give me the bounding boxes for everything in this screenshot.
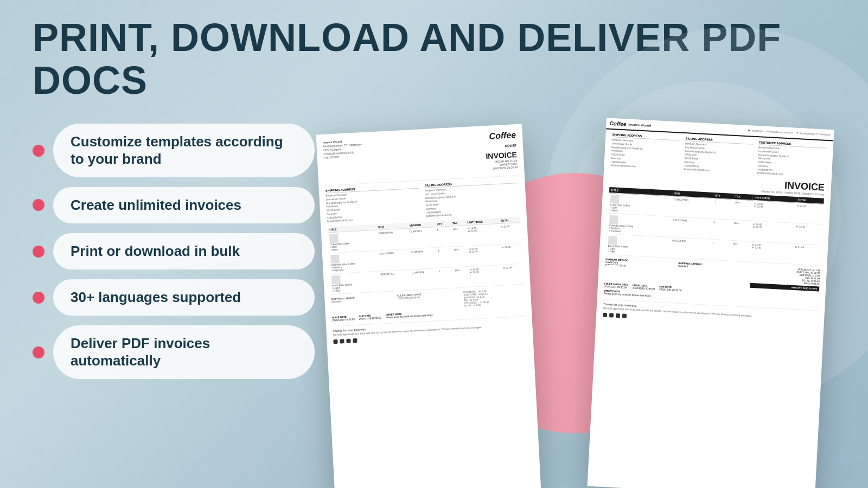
inv-left-carrier-value: Standard xyxy=(331,300,342,304)
bullet-deliver xyxy=(33,346,44,358)
inv-right-item-3-price: kr 24.95kr 22.45 xyxy=(750,242,794,265)
pill-customize: Customize templates according to your br… xyxy=(53,124,315,177)
inv-item-1-qty: 1 xyxy=(435,227,452,248)
inv-item-1-price: kr 24.95kr 22.45 xyxy=(466,224,500,246)
inv-right-customer-block: CUSTOMER ADDRESS Benjamin BiermannLeo Ho… xyxy=(757,141,827,179)
inv-right-shipping-block: SHIPPING ADDRESS Benjamin BiermannLeo Ho… xyxy=(610,133,680,171)
inv-left-logo-area: CoffeeHOUSE INVOICE ORDER NO #1024 ORDER… xyxy=(484,131,518,174)
product-img-r2 xyxy=(609,215,618,224)
bullet-customize xyxy=(33,145,44,157)
inv-right-coffee-logo: Coffee xyxy=(609,120,626,127)
inv-right-item-1-total: kr 22.45 xyxy=(795,203,824,225)
inv-item-3-qty: 1 xyxy=(437,267,454,288)
inv-item-2-qty: 1 xyxy=(436,247,453,268)
twitter-icon-right xyxy=(616,313,620,318)
bullet-unlimited xyxy=(33,199,44,211)
feature-unlimited: Create unlimited invoices xyxy=(33,187,315,223)
facebook-icon xyxy=(333,339,337,344)
bullet-languages xyxy=(33,292,44,304)
inv-right-shipping-content: Benjamin BiermannLeo Hoover GmbHBrandenb… xyxy=(610,138,680,171)
inv-right-email: ✉ contact@invoicewizard.io xyxy=(766,130,793,134)
inv-item-1-vendor: CLMPSON xyxy=(408,227,436,249)
inv-right-item-2-sku: COLCOF986 xyxy=(671,217,712,240)
inv-left-fulfillment-value: 2020/12/24 20:35:09 xyxy=(397,296,420,300)
main-content: Customize templates according to your br… xyxy=(0,113,868,488)
inv-right-item-1-qty: 1 xyxy=(712,198,733,220)
invoice-document-right: Coffee Invoice Wizard ☎ +452020323 ✉ con… xyxy=(587,118,834,488)
invoice-document-left: Invoice Wizard Kantoorgebogen 77 / Voltb… xyxy=(316,124,541,488)
twitter-icon xyxy=(346,339,350,343)
feature-deliver-text: Deliver PDF invoices automatically xyxy=(71,335,210,368)
inv-item-3-name: Brazil Filter Coffee> Light> Filter xyxy=(330,272,380,295)
inv-left-billing-content: Benjamin BiermannLeo Hoover GmbHBrandenb… xyxy=(425,184,520,219)
inv-left-company: Invoice Wizard Kantoorgebogen 77 / Voltb… xyxy=(323,139,363,160)
inv-item-1-name: Cuba Filter Coffee> Dark> Bean xyxy=(328,230,378,254)
inv-item-3-total: kr 22.45 xyxy=(501,264,524,286)
pill-deliver: Deliver PDF invoices automatically xyxy=(53,325,315,378)
inv-right-payment-col: PAYMENT METHOD Credit Card(**** **** ***… xyxy=(604,258,675,284)
inv-right-address-short: 📍 Kantoorgebogen 77 / Voltbergen xyxy=(796,132,831,136)
inv-right-item-3-sku: BRZCOF982 xyxy=(669,237,711,260)
inv-left-addresses: SHIPPING ADDRESS Benjamin BiermannLeo Ho… xyxy=(326,179,520,224)
inv-right-item-1-name: Cuba Filter Coffee> Dark> Bean xyxy=(608,193,673,217)
inv-left-shipping-content: Benjamin BiermannLeo Hoover GmbHBrandenb… xyxy=(326,190,421,224)
inv-item-2-name: Colombia Filter Coffee> Medium> Espresso xyxy=(329,251,379,274)
inv-item-3-tax: 16% xyxy=(453,267,469,288)
inv-left-due-date: DUE DATE2020/12/24 20:35:09 xyxy=(359,314,381,320)
inv-right-billing-block: BILLING ADDRESS Benjamin BiermannLeo Hoo… xyxy=(684,137,754,175)
inv-right-item-2-name: Colombia Filter Coffee> Medium> Espresso xyxy=(607,214,672,237)
inv-left-order-note: ORDER NOTEPlease send my products before… xyxy=(385,311,433,319)
product-img-r3 xyxy=(608,236,617,245)
inv-right-contact: ☎ +452020323 ✉ contact@invoicewizard.io … xyxy=(748,129,831,136)
inv-right-customer-content: Benjamin BiermannLeo Hoover GmbHBrandenb… xyxy=(757,146,827,179)
feature-unlimited-text: Create unlimited invoices xyxy=(71,197,241,213)
inv-right-item-1-tax: 16% xyxy=(732,200,753,221)
pill-languages: 30+ languages supported xyxy=(53,279,315,316)
inv-right-carrier-col: SHIPPING CARRIER Standard xyxy=(677,262,748,288)
inv-item-3-sku: BRZCOF992 xyxy=(379,270,411,292)
inv-right-fulfillment: FULFILLMENT DATE2020/12/04 03:35:09 xyxy=(604,282,629,289)
inv-item-1-tax: 16% xyxy=(451,226,467,247)
product-img-1 xyxy=(329,234,339,243)
inv-right-billing-content: Benjamin BiermannLeo Hoover GmbHBrandenb… xyxy=(684,143,753,175)
facebook-icon-right xyxy=(603,313,607,317)
pinterest-icon xyxy=(353,338,357,343)
inv-left-billing-block: BILLING ADDRESS Benjamin BiermannLeo Hoo… xyxy=(424,179,520,219)
inv-left-issue-date: ISSUE DATE2020/12/19 20:35:09 xyxy=(332,316,355,322)
inv-right-item-3-qty: 1 xyxy=(710,240,731,261)
inv-item-2-sku: COLCOF985 xyxy=(378,249,410,272)
inv-left-items-table: TITLE SKU VENDOR QTY TAX UNIT PRICE TOTA… xyxy=(327,217,524,294)
product-img-3 xyxy=(331,275,341,285)
inv-right-issue-date: ISSUE DATE2020/12/19 20:35:09 xyxy=(633,284,655,291)
inv-item-2-vendor: CLMPSON xyxy=(409,248,437,270)
inv-right-items-table: TITLE SKU QTY TAX UNIT PRICE TOTAL Cuba … xyxy=(606,187,824,266)
inv-right-wizard-text: Invoice Wizard xyxy=(628,123,651,127)
inv-item-3-price: kr 24.95kr 22.45 xyxy=(468,265,502,287)
inv-right-totals: DISCOUNT: -kr 7.48 SUB TOTAL: kr 82.33 S… xyxy=(750,266,820,292)
features-list: Customize templates according to your br… xyxy=(33,118,315,488)
inv-left-order-date: ORDER DATE2020/10/16 20:35:09 xyxy=(486,162,518,170)
inv-left-order-info: ORDER NO #1024 ORDER DATE2020/10/16 20:3… xyxy=(486,159,518,170)
inv-left-totals-col: DISCOUNT : -kr 7.48 SUB TOTAL : kr 82.33… xyxy=(463,288,525,307)
bullet-bulk xyxy=(33,246,44,258)
inv-right-phone: ☎ +452020323 xyxy=(748,129,763,132)
inv-left-address: Kantoorgebogen 77 / Voltbergen2020 / Bel… xyxy=(323,143,362,159)
inv-item-1-sku: CUBCOF990 xyxy=(376,229,409,251)
inv-right-payment: Credit Card(**** **** **** 4242) xyxy=(605,261,626,267)
inv-right-item-3-total: kr 22.45 xyxy=(793,244,821,266)
inv-right-item-2-tax: 16% xyxy=(731,220,752,242)
inv-right-order-note-text: Please send my products before next frid… xyxy=(604,292,652,298)
pill-unlimited: Create unlimited invoices xyxy=(53,187,315,223)
feature-bulk: Print or download in bulk xyxy=(33,233,315,269)
inv-item-2-tax: 16% xyxy=(452,246,468,267)
feature-customize: Customize templates according to your br… xyxy=(33,124,315,177)
inv-left-carrier-col: SHIPPING CARRIER Standard xyxy=(331,295,392,314)
inv-right-item-2-total: kr 22.45 xyxy=(794,223,822,246)
feature-languages-text: 30+ languages supported xyxy=(71,289,241,305)
feature-bulk-text: Print or download in bulk xyxy=(71,243,240,259)
inv-item-2-total: kr 22.45 xyxy=(500,243,523,265)
inv-right-item-3-name: Brazil Filter Coffee> Light> Filter xyxy=(606,234,671,258)
pinterest-icon-right xyxy=(622,314,627,318)
inv-right-due-date: DUE DATE2020/12/24 20:35:09 xyxy=(659,285,682,292)
inv-right-carrier: Standard xyxy=(678,265,688,268)
